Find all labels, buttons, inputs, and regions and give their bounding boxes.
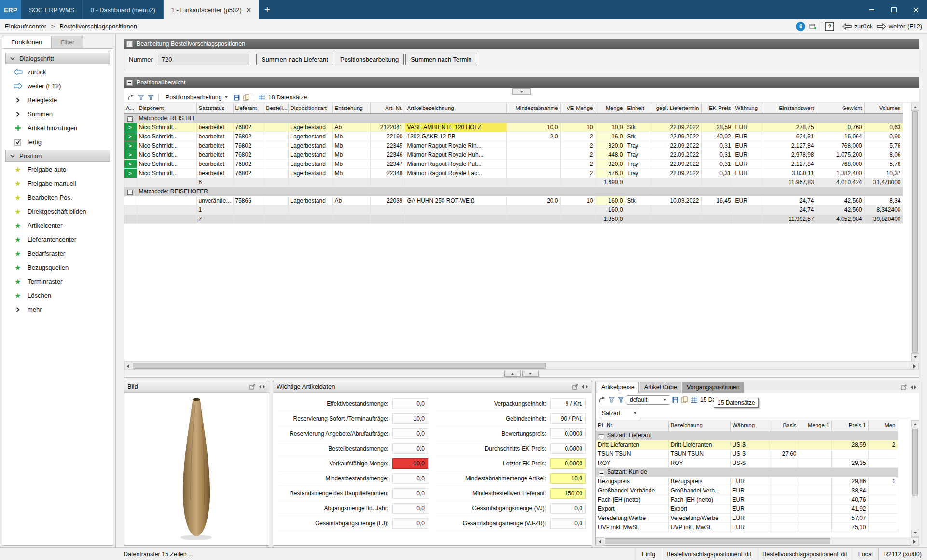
grid-cell[interactable]: EUR	[730, 522, 769, 532]
scroll-down-button[interactable]	[911, 353, 919, 361]
grid-cell[interactable]	[560, 214, 595, 223]
grid-cell[interactable]: 22039	[370, 196, 405, 205]
collapse-icon[interactable]	[127, 190, 133, 195]
splitter-up-button[interactable]	[504, 371, 521, 377]
grid-cell[interactable]: Mb	[332, 141, 370, 150]
grid-cell[interactable]: bearbeitet	[196, 123, 233, 132]
grid-cell[interactable]: Lagerbestand	[288, 159, 332, 168]
summen-nach-termin-button[interactable]: Summen nach Termin	[405, 54, 477, 65]
grid-cell[interactable]: EUR	[733, 196, 762, 205]
column-header[interactable]: Einstandswert	[762, 103, 816, 113]
goto-record-icon[interactable]	[599, 396, 606, 403]
sidebar-tab-filter[interactable]: Filter	[51, 36, 83, 48]
grid-cell[interactable]: US-$	[730, 458, 769, 467]
grid-cell[interactable]: 1	[196, 205, 233, 214]
column-header[interactable]: Menge	[595, 103, 625, 113]
grid-cell[interactable]	[733, 205, 762, 214]
grid-cell[interactable]	[332, 178, 370, 187]
grid-cell[interactable]	[506, 141, 560, 150]
grid-cell[interactable]: 8,342400	[864, 205, 903, 214]
sidebar-item[interactable]: ★Direktgeschäft bilden	[3, 205, 112, 219]
grid-cell[interactable]: 75,10	[831, 522, 868, 532]
field-value[interactable]: 10,0	[550, 473, 586, 484]
grid-cell[interactable]	[868, 504, 898, 513]
grid-cell[interactable]	[799, 449, 831, 458]
sidebar-item[interactable]: ★Terminraster	[3, 274, 112, 288]
grid-cell[interactable]	[799, 513, 831, 522]
grid-cell[interactable]: ROY	[668, 458, 730, 467]
column-header[interactable]: EK-Preis	[701, 103, 733, 113]
sidebar-item[interactable]: ★Lieferantencenter	[3, 232, 112, 246]
grid-cell[interactable]: 22346	[370, 150, 405, 159]
scroll-left-button[interactable]	[124, 362, 132, 370]
field-value[interactable]: 0,0000	[550, 443, 586, 454]
grid-cell[interactable]: bearbeitet	[196, 141, 233, 150]
sort-filter-icon[interactable]	[138, 95, 144, 100]
group-collapse-cell[interactable]	[124, 113, 137, 123]
grid-cell[interactable]: Nico Schmidt...	[137, 159, 196, 168]
maximize-button[interactable]	[883, 0, 905, 19]
grid-cell[interactable]: 768,000	[816, 141, 864, 150]
grid-cell[interactable]: 2	[560, 168, 595, 178]
grid-cell[interactable]: 76802	[233, 168, 264, 178]
grid-cell[interactable]	[651, 205, 701, 214]
column-header[interactable]: A...	[124, 103, 137, 113]
grid-cell[interactable]: Lagerbestand	[288, 141, 332, 150]
grid-cell[interactable]: 40,76	[831, 495, 868, 504]
grid-cell[interactable]	[233, 205, 264, 214]
preise-hscrollbar[interactable]	[596, 537, 919, 545]
grid-cell[interactable]: EUR	[730, 513, 769, 522]
help-icon[interactable]: ?	[825, 22, 834, 31]
detach-icon[interactable]	[572, 384, 578, 390]
price-row[interactable]: BezugspreisBezugspreisEUR29,861	[596, 477, 898, 486]
grid-cell[interactable]	[625, 214, 651, 223]
grid-cell[interactable]: 76802	[233, 123, 264, 132]
field-value[interactable]: 0,0000	[550, 458, 586, 469]
grid-cell[interactable]	[733, 214, 762, 223]
grid-cell[interactable]	[264, 178, 288, 187]
column-header[interactable]: Dispositionsart	[288, 103, 332, 113]
grid-cell[interactable]: Fach-|EH (netto)	[596, 495, 668, 504]
resize-panel-icon[interactable]	[259, 384, 265, 389]
grid-cell[interactable]: US-$	[730, 449, 769, 458]
column-header[interactable]: Währung	[733, 103, 762, 113]
grid-cell[interactable]	[288, 214, 332, 223]
field-value[interactable]: 0,0	[392, 443, 428, 454]
grid-cell[interactable]	[799, 458, 831, 467]
grid-cell[interactable]	[332, 214, 370, 223]
field-value[interactable]: 0,0	[392, 398, 428, 409]
grid-cell[interactable]: 10,37	[864, 168, 903, 178]
sort-filter-icon[interactable]	[609, 397, 615, 403]
sidebar-item[interactable]: Summen	[3, 107, 112, 121]
grid-cell[interactable]	[137, 214, 196, 223]
position-row[interactable]: >Nico Schmidt...bearbeitet76802Lagerbest…	[124, 123, 903, 132]
grid-cell[interactable]: 76802	[233, 141, 264, 150]
preset-dropdown[interactable]: default	[627, 395, 669, 405]
grid-cell[interactable]: Bezugspreis	[596, 477, 668, 486]
grid-cell[interactable]: 2	[560, 141, 595, 150]
field-value[interactable]: 0,0	[550, 503, 586, 514]
grid-cell[interactable]	[831, 449, 868, 458]
grid-cell[interactable]: Mb	[332, 150, 370, 159]
positions-hscrollbar[interactable]	[124, 361, 919, 369]
grid-cell[interactable]: 0,31	[701, 168, 733, 178]
field-value[interactable]: 0,0	[392, 518, 428, 529]
sidebar-tab-funktionen[interactable]: Funktionen	[2, 36, 51, 48]
field-value[interactable]: 0,0	[392, 428, 428, 439]
price-row[interactable]: Großhandel VerbändeGroßhandel Verb...EUR…	[596, 486, 898, 495]
grid-cell[interactable]: 22.09.2022	[651, 132, 701, 141]
positions-menu-dropdown[interactable]: Positionsbearbeitung	[163, 93, 230, 102]
grid-cell[interactable]: 1.690,0	[595, 178, 625, 187]
column-header[interactable]: Volumen	[864, 103, 903, 113]
grid-cell[interactable]: Großhandel Verb...	[668, 486, 730, 495]
grid-cell[interactable]	[769, 495, 799, 504]
grid-cell[interactable]: 28,59	[701, 123, 733, 132]
scroll-left-button[interactable]	[596, 537, 604, 546]
grid-cell[interactable]: Miamor Ragout Royale Huh...	[405, 150, 506, 159]
grid-cell[interactable]	[405, 205, 506, 214]
scrollbar-thumb[interactable]	[605, 538, 830, 544]
group-collapse-cell[interactable]	[124, 187, 137, 196]
grid-cell[interactable]: 28,59	[831, 440, 868, 449]
price-row[interactable]: UVP inkl. MwSt.UVP inkl. MwSt.EUR75,10	[596, 522, 898, 532]
new-window-icon[interactable]	[809, 23, 817, 30]
